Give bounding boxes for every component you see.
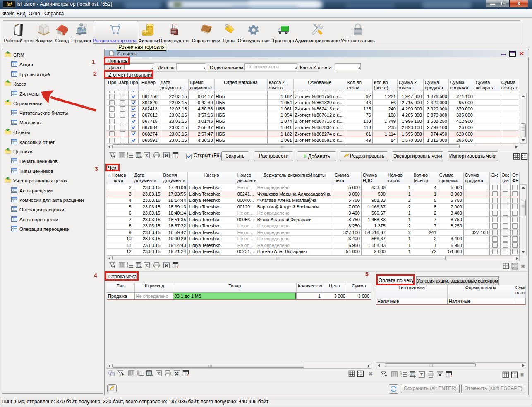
svg-text:Σ: Σ xyxy=(420,372,423,377)
svg-text:?●: ?● xyxy=(15,24,18,27)
svg-text:3: 3 xyxy=(127,266,128,268)
svg-text:3: 3 xyxy=(400,375,402,378)
svg-text:Σ: Σ xyxy=(157,371,160,376)
svg-text:3: 3 xyxy=(127,156,128,158)
svg-text:3: 3 xyxy=(137,374,139,376)
svg-text:Σ: Σ xyxy=(145,263,148,268)
svg-text:Σ: Σ xyxy=(145,153,148,158)
